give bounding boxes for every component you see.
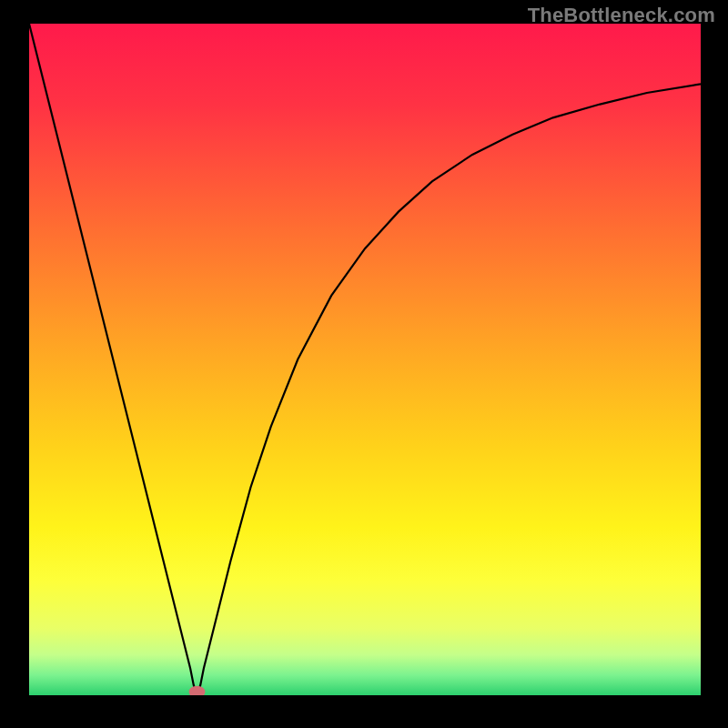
chart-background: [29, 24, 701, 695]
chart-frame: [29, 24, 701, 695]
chart-svg: [29, 24, 701, 695]
